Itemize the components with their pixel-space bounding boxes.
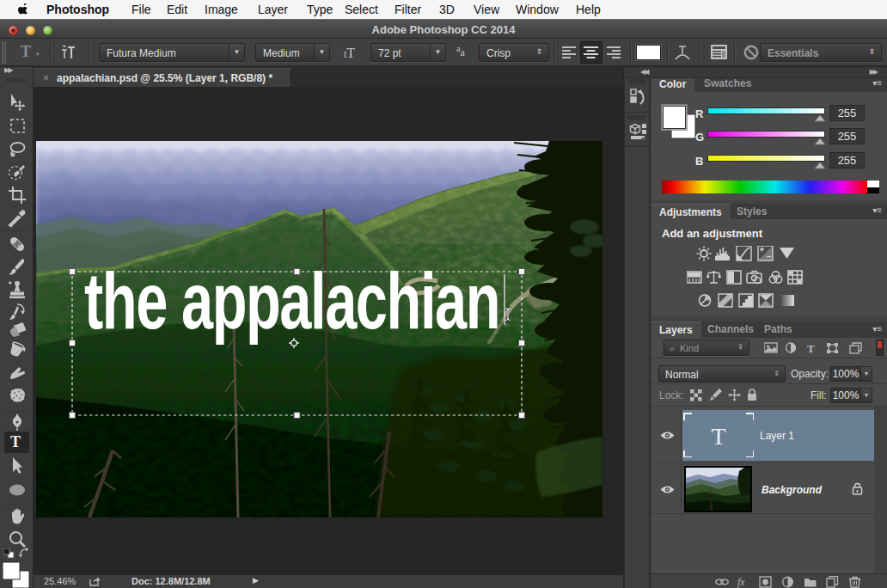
- svg-text:fx: fx: [737, 576, 745, 588]
- svg-text:T: T: [711, 423, 725, 450]
- svg-text:T: T: [807, 342, 815, 354]
